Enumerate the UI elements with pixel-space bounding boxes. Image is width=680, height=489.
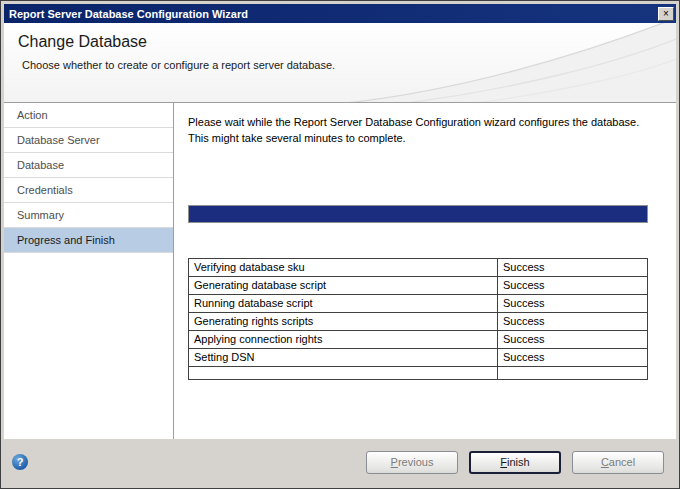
- button-mnemonic: C: [601, 456, 609, 468]
- window-title: Report Server Database Configuration Wiz…: [9, 8, 248, 20]
- task-name-cell: Applying connection rights: [189, 330, 498, 348]
- content-area: Please wait while the Report Server Data…: [174, 103, 676, 439]
- task-status-table: Verifying database sku Success Generatin…: [188, 258, 648, 380]
- task-name-cell: Generating rights scripts: [189, 312, 498, 330]
- empty-cell: [498, 366, 648, 379]
- sidebar-item-label: Credentials: [17, 184, 73, 196]
- task-status-cell: Success: [498, 294, 648, 312]
- table-row: Running database script Success: [189, 294, 648, 312]
- button-label: inish: [507, 456, 530, 468]
- button-label: ancel: [609, 456, 635, 468]
- finish-button[interactable]: Finish: [469, 451, 561, 474]
- close-button[interactable]: ×: [658, 7, 674, 21]
- footer-bar: ? Previous Finish Cancel: [4, 439, 676, 485]
- sidebar-item-database-server: Database Server: [4, 128, 173, 153]
- sidebar-item-progress-and-finish: Progress and Finish: [4, 228, 173, 253]
- table-row: Applying connection rights Success: [189, 330, 648, 348]
- instruction-text: Please wait while the Report Server Data…: [188, 115, 640, 147]
- title-bar: Report Server Database Configuration Wiz…: [4, 4, 676, 23]
- previous-button[interactable]: Previous: [366, 451, 458, 474]
- progress-bar-fill: [189, 206, 647, 222]
- task-status-cell: Success: [498, 276, 648, 294]
- button-row: Previous Finish Cancel: [366, 451, 664, 474]
- task-status-cell: Success: [498, 258, 648, 276]
- empty-cell: [189, 366, 498, 379]
- help-icon[interactable]: ?: [12, 454, 28, 470]
- task-status-cell: Success: [498, 348, 648, 366]
- sidebar-item-label: Database: [17, 159, 64, 171]
- table-row: Generating database script Success: [189, 276, 648, 294]
- sidebar-item-action: Action: [4, 103, 173, 128]
- wizard-dialog: Report Server Database Configuration Wiz…: [0, 0, 680, 489]
- sidebar-item-label: Database Server: [17, 134, 100, 146]
- sidebar-item-label: Action: [17, 109, 48, 121]
- wizard-header: Change Database Choose whether to create…: [4, 23, 676, 103]
- sidebar-item-label: Progress and Finish: [17, 234, 115, 246]
- task-status-cell: Success: [498, 312, 648, 330]
- table-row-empty: [189, 366, 648, 379]
- task-name-cell: Setting DSN: [189, 348, 498, 366]
- sidebar-item-summary: Summary: [4, 203, 173, 228]
- table-row: Generating rights scripts Success: [189, 312, 648, 330]
- button-label: revious: [398, 456, 433, 468]
- sidebar-item-credentials: Credentials: [4, 178, 173, 203]
- task-name-cell: Generating database script: [189, 276, 498, 294]
- wizard-steps-sidebar: Action Database Server Database Credenti…: [4, 103, 174, 439]
- table-row: Verifying database sku Success: [189, 258, 648, 276]
- sidebar-item-label: Summary: [17, 209, 64, 221]
- progress-bar: [188, 205, 648, 223]
- task-status-cell: Success: [498, 330, 648, 348]
- task-name-cell: Running database script: [189, 294, 498, 312]
- close-icon: ×: [663, 8, 669, 19]
- sidebar-item-database: Database: [4, 153, 173, 178]
- cancel-button[interactable]: Cancel: [572, 451, 664, 474]
- wizard-body: Action Database Server Database Credenti…: [4, 103, 676, 439]
- page-title: Change Database: [18, 33, 676, 51]
- table-row: Setting DSN Success: [189, 348, 648, 366]
- button-mnemonic: P: [391, 456, 398, 468]
- task-name-cell: Verifying database sku: [189, 258, 498, 276]
- page-subtitle: Choose whether to create or configure a …: [22, 59, 676, 71]
